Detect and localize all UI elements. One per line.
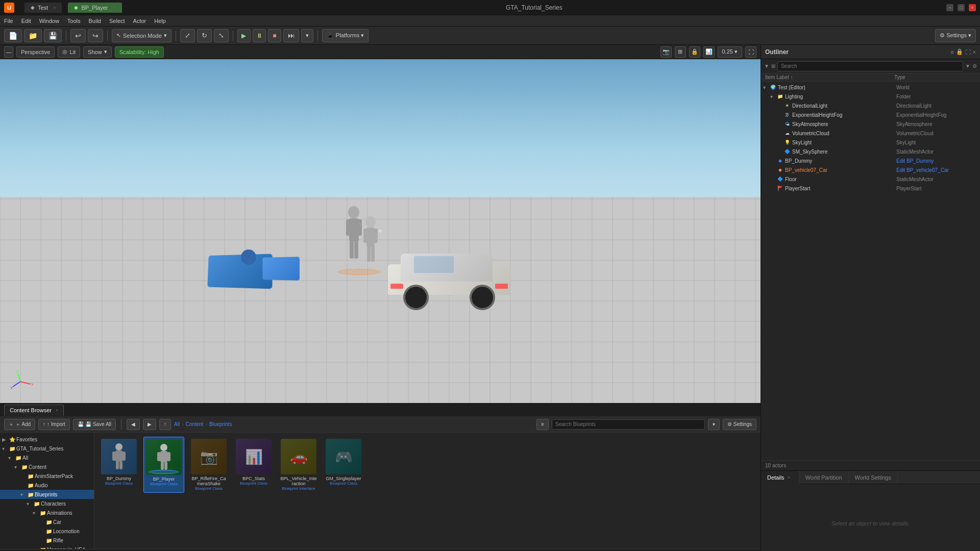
vp-realtime-btn[interactable]: 0.25 ▾ xyxy=(718,46,742,58)
play-button[interactable]: ▶ xyxy=(237,29,251,42)
outliner-item-skyatmo[interactable]: 🌤 SkyAtmosphere SkyAtmosphere xyxy=(761,119,980,129)
viewport-minimize-btn[interactable]: — xyxy=(4,46,13,58)
cb-search-input[interactable] xyxy=(552,419,705,430)
pause-button[interactable]: ⏸ xyxy=(253,29,266,42)
tab-world-settings[interactable]: World Settings xyxy=(849,471,898,484)
tree-animstarterpack[interactable]: 📁 AnimStarterPack xyxy=(0,471,94,481)
cb-settings-btn[interactable]: ⚙ Settings xyxy=(723,419,756,430)
undo-btn[interactable]: ↩ xyxy=(70,29,86,42)
menu-edit[interactable]: Edit xyxy=(17,16,35,26)
outliner-close-btn[interactable]: × xyxy=(973,49,976,55)
tree-rifle[interactable]: 📁 Rifle xyxy=(0,536,94,545)
menu-tools[interactable]: Tools xyxy=(63,16,85,26)
restore-button[interactable]: □ xyxy=(958,4,965,11)
tree-all[interactable]: ▾ 📁 All xyxy=(0,453,94,462)
edit-bpcar-link[interactable]: Edit BP_vehicle07_Car xyxy=(896,167,949,173)
asset-bpl-vehicle[interactable]: 🚗 BPL_Vehicle_Interaction Blueprint Inte… xyxy=(278,437,319,493)
cb-filter-btn[interactable]: ≡ xyxy=(536,419,549,430)
breadcrumb-all[interactable]: All xyxy=(174,421,180,427)
perspective-btn[interactable]: Perspective xyxy=(16,46,55,58)
vp-snap-btn[interactable]: 🔒 xyxy=(689,46,700,58)
tab-test[interactable]: ◆ Test × xyxy=(24,3,62,13)
tree-audio[interactable]: 📁 Audio xyxy=(0,481,94,490)
outliner-item-bpcar[interactable]: ◆ BP_vehicle07_Car Edit BP_vehicle07_Car xyxy=(761,165,980,174)
outliner-filter-btn[interactable]: ≡ xyxy=(950,49,953,55)
col-label[interactable]: Item Label ↑ xyxy=(765,74,894,80)
asset-bp-rifle-camera[interactable]: 📷 BP_RifleFire_CameraShake Blueprint Cla… xyxy=(188,437,229,493)
menu-select[interactable]: Select xyxy=(105,16,129,26)
outliner-item-skylight[interactable]: 💡 SkyLight SkyLight xyxy=(761,138,980,147)
redo-btn[interactable]: ↪ xyxy=(88,29,103,42)
cb-nav-up[interactable]: ↑ xyxy=(159,419,171,430)
save-btn[interactable]: 💾 xyxy=(44,29,62,42)
outliner-search[interactable] xyxy=(777,61,963,71)
asset-gm-singleton[interactable]: 🎮 GM_Singleplayer Blueprint Class xyxy=(323,437,364,493)
vp-stats-btn[interactable]: 📊 xyxy=(703,46,715,58)
content-browser-tab[interactable]: Content Browser × xyxy=(4,405,64,416)
tree-car[interactable]: 📁 Car xyxy=(0,517,94,527)
show-btn[interactable]: Show ▾ xyxy=(83,46,112,58)
skip-btn[interactable]: ⏭ xyxy=(283,29,299,42)
asset-bpc-stats[interactable]: 📊 BPC_Stats Blueprint Class xyxy=(233,437,274,493)
selection-mode-btn[interactable]: ↖ Selection Mode ▾ xyxy=(112,29,172,42)
tree-characters[interactable]: ▾ 📁 Characters xyxy=(0,499,94,508)
add-btn[interactable]: ＋ ＋ Add xyxy=(4,419,35,430)
cb-dropdown-btn[interactable]: ▾ xyxy=(708,419,720,430)
cb-nav-fwd[interactable]: ▶ xyxy=(143,419,156,430)
outliner-cols-btn[interactable]: ⊞ xyxy=(771,63,775,69)
play-options-btn[interactable]: ▾ xyxy=(301,29,313,42)
menu-window[interactable]: Window xyxy=(35,16,63,26)
outliner-item-dirlight[interactable]: ☀ DirectionalLight DirectionalLight xyxy=(761,101,980,110)
vp-grid-btn[interactable]: ⊞ xyxy=(675,46,686,58)
viewport[interactable]: + X Z Y xyxy=(0,59,761,403)
details-close-btn[interactable]: × xyxy=(786,474,793,481)
breadcrumb-blueprints[interactable]: Blueprints xyxy=(209,421,232,427)
menu-actor[interactable]: Actor xyxy=(129,16,151,26)
tab-world-partition[interactable]: World Partition xyxy=(799,471,849,484)
breadcrumb-content[interactable]: Content xyxy=(186,421,204,427)
transform-btn[interactable]: ⤢ xyxy=(180,29,195,42)
asset-bp-dummy[interactable]: BP_Dummy Blueprint Class xyxy=(99,437,139,493)
tab-bp-player-close[interactable]: × xyxy=(113,5,115,10)
outliner-settings-icon[interactable]: ⚙ xyxy=(972,63,977,69)
col-type[interactable]: Type xyxy=(894,74,976,80)
open-level-btn[interactable]: 📁 xyxy=(24,29,42,42)
tree-blueprints[interactable]: ▾ 📁 Blueprints xyxy=(0,490,94,499)
vp-camera-btn[interactable]: 📷 xyxy=(660,46,672,58)
outliner-item-fog[interactable]: 🌫 ExponentialHeightFog ExponentialHeight… xyxy=(761,110,980,119)
outliner-filter-icon[interactable]: ▼ xyxy=(764,63,769,69)
new-level-btn[interactable]: 📄 xyxy=(4,29,22,42)
outliner-item-world[interactable]: ▾ 🌍 Test (Editor) World xyxy=(761,83,980,92)
outliner-item-floor[interactable]: 🔷 Floor StaticMeshActor xyxy=(761,174,980,184)
menu-build[interactable]: Build xyxy=(85,16,105,26)
edit-bpdummy-link[interactable]: Edit BP_Dummy xyxy=(896,158,934,164)
tree-content[interactable]: ▾ 📁 Content xyxy=(0,462,94,471)
settings-btn[interactable]: ⚙ Settings ▾ xyxy=(935,29,976,42)
scale-btn[interactable]: ⤡ xyxy=(214,29,229,42)
stop-button[interactable]: ■ xyxy=(268,29,281,42)
tree-locomotion[interactable]: 📁 Locomotion xyxy=(0,527,94,536)
minimize-button[interactable]: − xyxy=(946,4,953,11)
tab-details[interactable]: Details × xyxy=(761,471,799,484)
asset-bp-player[interactable]: BP_Player Blueprint Class xyxy=(143,437,184,493)
tree-favorites[interactable]: ▶ ⭐ Favorites xyxy=(0,435,94,444)
outliner-item-lighting[interactable]: ▾ 📁 Lighting Folder xyxy=(761,92,980,101)
scalability-btn[interactable]: Scalability: High xyxy=(115,46,164,58)
platforms-btn[interactable]: 📱 Platforms ▾ xyxy=(322,29,369,42)
menu-help[interactable]: Help xyxy=(150,16,170,26)
tab-test-close[interactable]: × xyxy=(53,5,56,10)
tree-project[interactable]: ▾ 📁 GTA_Tutorial_Series xyxy=(0,444,94,453)
import-btn[interactable]: ↑ ↑ Import xyxy=(38,419,70,430)
menu-file[interactable]: File xyxy=(0,16,17,26)
tab-bp-player[interactable]: ◆ BP_Player × xyxy=(68,3,121,13)
cb-nav-back[interactable]: ◀ xyxy=(127,419,140,430)
lit-btn[interactable]: ◎ Lit xyxy=(58,46,80,58)
outliner-lock-btn[interactable]: 🔒 xyxy=(956,48,963,55)
outliner-item-playerstart[interactable]: 🚩 PlayerStart PlayerStart xyxy=(761,184,980,193)
tree-mannequin-ue4[interactable]: 📁 Mannequin_UE4 xyxy=(0,545,94,549)
outliner-item-skysphere[interactable]: 🔷 SM_SkySphere StaticMeshActor xyxy=(761,147,980,156)
vp-maximize-btn[interactable]: ⛶ xyxy=(745,46,756,58)
outliner-item-volcoud[interactable]: ☁ VolumetricCloud VolumetricCloud xyxy=(761,129,980,138)
outliner-view-btn[interactable]: ▼ xyxy=(965,63,970,69)
close-button[interactable]: × xyxy=(969,4,976,11)
